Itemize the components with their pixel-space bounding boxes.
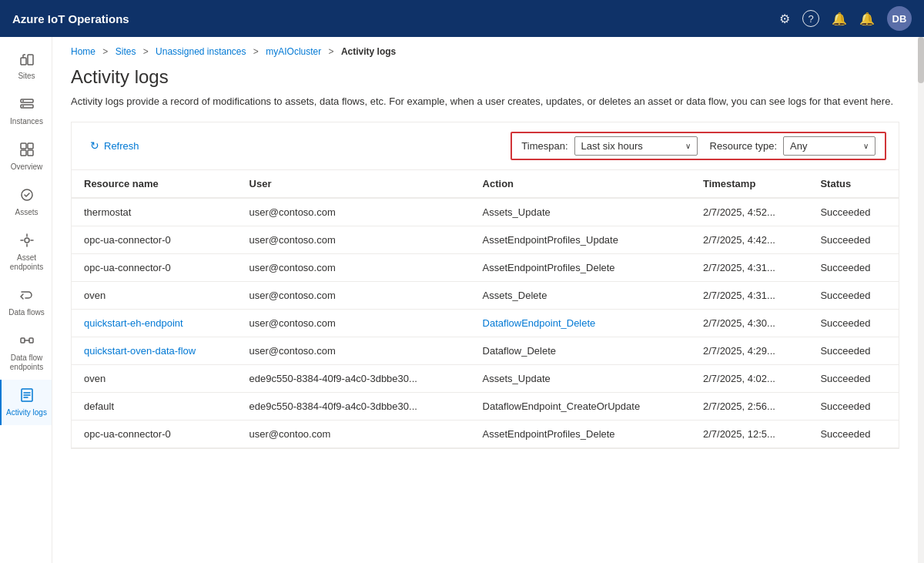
breadcrumb-sep-4: >	[329, 46, 334, 57]
svg-rect-6	[21, 143, 26, 149]
app-brand: Azure IoT Operations	[12, 12, 770, 25]
timespan-label: Timespan:	[521, 140, 567, 152]
refresh-button[interactable]: ↻ Refresh	[84, 136, 146, 155]
sidebar-item-sites[interactable]: Sites	[0, 43, 52, 89]
sidebar-item-data-flows[interactable]: Data flows	[0, 280, 52, 325]
notifications-inactive-icon[interactable]: 🔔	[832, 12, 847, 26]
cell-action: Assets_Update	[470, 198, 691, 226]
sidebar-item-instances[interactable]: Instances	[0, 89, 52, 134]
cell-resource-name: oven	[72, 364, 237, 392]
cell-timestamp: 2/7/2025, 4:02...	[691, 364, 808, 392]
breadcrumb: Home > Sites > Unassigned instances > my…	[52, 37, 918, 60]
table-container: Resource name User Action Timestamp Stat…	[72, 170, 899, 448]
sidebar-label-assets: Assets	[15, 208, 38, 217]
table-row: ovenuser@contoso.comAssets_Delete2/7/202…	[72, 281, 899, 309]
resource-type-group: Resource type: Any ∨	[710, 136, 875, 156]
avatar[interactable]: DB	[887, 6, 912, 31]
cell-status: Succeeded	[808, 420, 899, 447]
resource-type-chevron-icon: ∨	[863, 142, 869, 150]
cell-resource-name: default	[72, 392, 237, 420]
table-row: opc-ua-connector-0user@contoso.comAssetE…	[72, 253, 899, 281]
cell-user: user@contoso.com	[237, 198, 470, 226]
cell-status: Succeeded	[808, 281, 899, 309]
cell-status: Succeeded	[808, 253, 899, 281]
table-header: Resource name User Action Timestamp Stat…	[72, 170, 899, 198]
assets-icon	[19, 187, 35, 205]
sidebar-label-instances: Instances	[10, 117, 43, 126]
cell-status: Succeeded	[808, 392, 899, 420]
cell-status: Succeeded	[808, 198, 899, 226]
sidebar-label-overview: Overview	[11, 163, 43, 172]
content-area: Home > Sites > Unassigned instances > my…	[52, 37, 918, 563]
cell-resource-name[interactable]: quickstart-eh-endpoint	[72, 309, 237, 337]
col-timestamp: Timestamp	[691, 170, 808, 198]
cell-status: Succeeded	[808, 337, 899, 364]
svg-rect-1	[28, 55, 33, 65]
action-link[interactable]: DataflowEndpoint_Delete	[483, 317, 596, 329]
timespan-select[interactable]: Last six hours ∨	[574, 136, 698, 156]
cell-resource-name[interactable]: quickstart-oven-data-flow	[72, 337, 237, 364]
sidebar: Sites Instances Overview Assets Asset en…	[0, 37, 52, 563]
data-flows-icon	[19, 287, 35, 305]
sites-icon	[19, 51, 35, 69]
sidebar-label-sites: Sites	[18, 72, 35, 81]
sidebar-label-dataflow-endpoints: Data flow endpoints	[5, 354, 49, 372]
sidebar-item-dataflow-endpoints[interactable]: Data flow endpoints	[0, 325, 52, 380]
notifications-active-icon[interactable]: 🔔	[859, 12, 875, 26]
breadcrumb-cluster[interactable]: myAIOcluster	[266, 46, 321, 57]
cell-action[interactable]: DataflowEndpoint_Delete	[470, 309, 691, 337]
cell-user: ede9c550-8384-40f9-a4c0-3dbbe30...	[237, 392, 470, 420]
main-layout: Sites Instances Overview Assets Asset en…	[0, 37, 924, 563]
cell-action: Assets_Update	[470, 364, 691, 392]
top-nav: Azure IoT Operations ⚙ ? 🔔 🔔 DB	[0, 0, 924, 37]
table-row: thermostatuser@contoso.comAssets_Update2…	[72, 198, 899, 226]
table-row: quickstart-oven-data-flowuser@contoso.co…	[72, 337, 899, 364]
svg-rect-9	[28, 150, 33, 156]
top-nav-icons: ⚙ ? 🔔 🔔 DB	[779, 6, 912, 31]
sidebar-item-overview[interactable]: Overview	[0, 134, 52, 179]
cell-timestamp: 2/7/2025, 2:56...	[691, 392, 808, 420]
svg-point-5	[22, 106, 24, 107]
page-description: Activity logs provide a record of modifi…	[71, 94, 899, 109]
timespan-chevron-icon: ∨	[685, 142, 691, 150]
svg-rect-0	[21, 58, 26, 65]
cell-action: Dataflow_Delete	[470, 337, 691, 364]
help-icon[interactable]: ?	[802, 10, 819, 27]
refresh-icon: ↻	[90, 139, 99, 152]
breadcrumb-sep-3: >	[253, 46, 259, 57]
svg-point-11	[25, 238, 29, 243]
instances-icon	[19, 96, 35, 114]
breadcrumb-unassigned[interactable]: Unassigned instances	[156, 46, 246, 57]
cell-user: user@contoso.com	[237, 281, 470, 309]
settings-icon[interactable]: ⚙	[779, 12, 790, 26]
timespan-group: Timespan: Last six hours ∨	[521, 136, 697, 156]
overview-icon	[19, 142, 35, 159]
breadcrumb-home[interactable]: Home	[71, 46, 95, 57]
resource-link[interactable]: quickstart-oven-data-flow	[84, 345, 196, 357]
cell-user: ede9c550-8384-40f9-a4c0-3dbbe30...	[237, 364, 470, 392]
dataflow-endpoints-icon	[19, 333, 35, 350]
cell-action: AssetEndpointProfiles_Update	[470, 226, 691, 253]
sidebar-item-assets[interactable]: Assets	[0, 179, 52, 225]
cell-timestamp: 2/7/2025, 4:31...	[691, 281, 808, 309]
breadcrumb-sites[interactable]: Sites	[116, 46, 136, 57]
cell-status: Succeeded	[808, 364, 899, 392]
timespan-value: Last six hours	[581, 140, 682, 152]
cell-resource-name: oven	[72, 281, 237, 309]
activity-logs-panel: ↻ Refresh Timespan: Last six hours ∨ Res…	[71, 122, 899, 449]
resource-type-value: Any	[790, 140, 860, 152]
sidebar-item-asset-endpoints[interactable]: Asset endpoints	[0, 225, 52, 280]
resource-type-select[interactable]: Any ∨	[783, 136, 875, 156]
asset-endpoints-icon	[19, 233, 35, 250]
cell-resource-name: thermostat	[72, 198, 237, 226]
refresh-label: Refresh	[104, 140, 139, 152]
filter-bar: ↻ Refresh Timespan: Last six hours ∨ Res…	[72, 122, 899, 170]
cell-resource-name: opc-ua-connector-0	[72, 253, 237, 281]
resource-link[interactable]: quickstart-eh-endpoint	[84, 317, 183, 329]
sidebar-item-activity-logs[interactable]: Activity logs	[0, 380, 52, 425]
table-row: opc-ua-connector-0user@contoo.comAssetEn…	[72, 420, 899, 447]
svg-point-4	[22, 100, 24, 102]
table-row: ovenede9c550-8384-40f9-a4c0-3dbbe30...As…	[72, 364, 899, 392]
right-scrollbar[interactable]	[918, 37, 924, 563]
cell-user: user@contoso.com	[237, 309, 470, 337]
